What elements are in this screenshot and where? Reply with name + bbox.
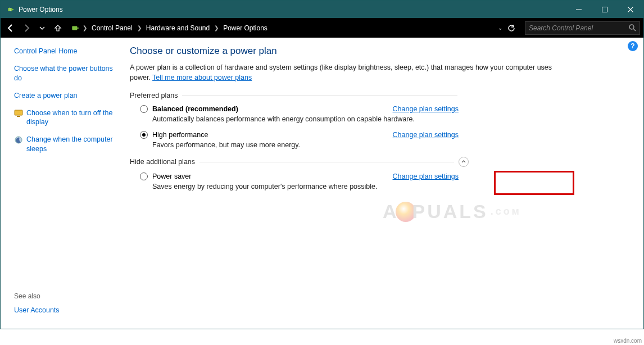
titlebar: Power Options <box>1 1 643 18</box>
svg-rect-1 <box>12 9 13 10</box>
nav-back-button[interactable] <box>4 21 17 35</box>
monitor-icon <box>14 109 23 118</box>
see-also-user-accounts[interactable]: User Accounts <box>14 306 113 315</box>
svg-rect-6 <box>72 26 77 30</box>
chevron-down-icon[interactable]: ⌄ <box>498 25 502 31</box>
nav-recent-dropdown[interactable] <box>35 21 49 35</box>
search-icon <box>629 24 636 31</box>
page-description: A power plan is a collection of hardware… <box>130 62 557 83</box>
sidebar: Control Panel Home Choose what the power… <box>1 38 119 329</box>
sidebar-link-turn-off-display[interactable]: Choose when to turn off the display <box>26 108 113 128</box>
plan-balanced: Balanced (recommended) Change plan setti… <box>130 105 459 123</box>
address-bar[interactable]: ❯ Control Panel ❯ Hardware and Sound ❯ P… <box>70 23 496 33</box>
navbar: ❯ Control Panel ❯ Hardware and Sound ❯ P… <box>1 18 643 38</box>
radio-high-performance[interactable] <box>140 131 148 139</box>
svg-rect-10 <box>15 110 22 115</box>
collapse-icon[interactable] <box>459 157 469 167</box>
svg-line-9 <box>633 29 636 31</box>
nav-forward-button[interactable] <box>20 21 33 35</box>
svg-point-8 <box>629 25 634 29</box>
control-panel-home-link[interactable]: Control Panel Home <box>14 47 113 56</box>
radio-balanced[interactable] <box>140 105 148 113</box>
hide-additional-text: Hide additional plans <box>130 158 195 166</box>
plan-balanced-desc: Automatically balances performance with … <box>152 115 459 123</box>
chevron-right-icon: ❯ <box>137 25 142 31</box>
search-placeholder: Search Control Panel <box>529 24 629 32</box>
hide-additional-label: Hide additional plans <box>130 157 469 167</box>
plan-power-saver: Power saver Change plan settings Saves e… <box>130 172 459 190</box>
annotation-highlight <box>494 171 574 195</box>
svg-rect-3 <box>602 7 607 12</box>
close-button[interactable] <box>618 1 643 18</box>
plan-high-performance: High performance Change plan settings Fa… <box>130 131 459 149</box>
sidebar-link-create-plan[interactable]: Create a power plan <box>14 91 113 101</box>
plan-high-desc: Favors performance, but may use more ene… <box>152 141 459 149</box>
plan-saver-desc: Saves energy by reducing your computer's… <box>152 183 459 190</box>
chevron-right-icon: ❯ <box>83 25 87 31</box>
preferred-plans-label: Preferred plans <box>130 92 632 99</box>
moon-icon <box>14 135 23 144</box>
change-plan-balanced[interactable]: Change plan settings <box>393 105 459 113</box>
sidebar-link-sleep[interactable]: Change when the computer sleeps <box>26 135 113 154</box>
radio-power-saver[interactable] <box>140 172 148 180</box>
page-heading: Choose or customize a power plan <box>130 46 632 57</box>
breadcrumb-leaf[interactable]: Power Options <box>220 23 271 33</box>
sidebar-link-power-buttons[interactable]: Choose what the power buttons do <box>14 64 113 83</box>
chevron-right-icon: ❯ <box>214 25 219 31</box>
watermark: APUALS.сом <box>383 201 521 223</box>
refresh-button[interactable] <box>505 21 518 35</box>
minimize-button[interactable] <box>566 1 592 18</box>
preferred-plans-text: Preferred plans <box>130 92 178 99</box>
see-also-heading: See also <box>14 292 113 300</box>
maximize-button[interactable] <box>592 1 618 18</box>
plan-high-name: High performance <box>152 131 208 139</box>
svg-rect-11 <box>17 116 20 117</box>
change-plan-high[interactable]: Change plan settings <box>393 131 459 139</box>
search-input[interactable]: Search Control Panel <box>525 21 640 35</box>
breadcrumb-root[interactable]: Control Panel <box>88 23 136 33</box>
main-panel: Choose or customize a power plan A power… <box>119 38 643 329</box>
plan-balanced-name: Balanced (recommended) <box>152 105 238 113</box>
battery-icon <box>70 23 80 33</box>
content-body: ? Control Panel Home Choose what the pow… <box>1 38 643 329</box>
change-plan-saver[interactable]: Change plan settings <box>393 172 459 180</box>
power-options-window: Power Options ❯ Control Panel ❯ Hardware… <box>0 0 644 329</box>
battery-icon <box>6 5 15 14</box>
breadcrumb-mid[interactable]: Hardware and Sound <box>143 23 213 33</box>
svg-rect-7 <box>77 27 78 28</box>
plan-saver-name: Power saver <box>152 172 191 180</box>
attribution-text: wsxdn.com <box>614 338 642 344</box>
nav-up-button[interactable] <box>51 21 65 35</box>
window-title: Power Options <box>19 6 566 13</box>
learn-more-link[interactable]: Tell me more about power plans <box>152 74 252 81</box>
